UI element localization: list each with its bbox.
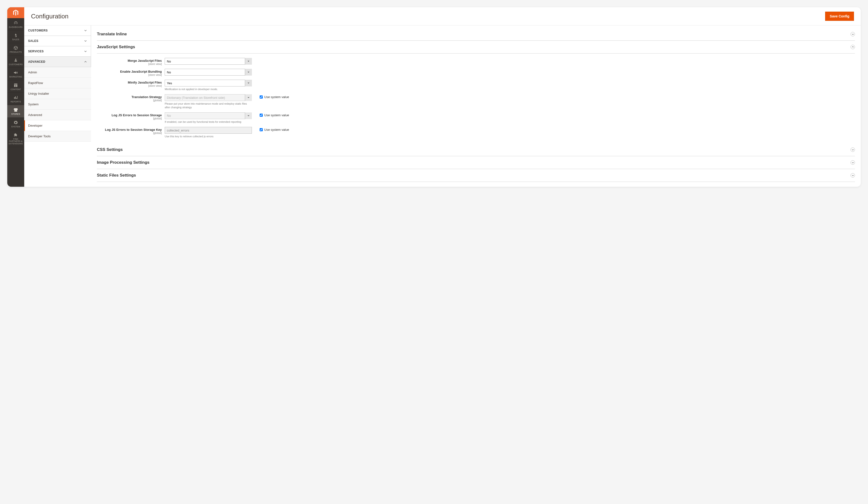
log_key-use-system-checkbox[interactable] xyxy=(260,128,263,131)
section-toggle-icon xyxy=(850,173,855,177)
chevron-down-icon xyxy=(84,29,87,32)
tab-sub-list: AdminRapidFlowUnirgy InstallerSystemAdva… xyxy=(24,67,91,142)
section-translate-inline[interactable]: Translate Inline xyxy=(97,28,855,41)
section-toggle-icon xyxy=(850,45,855,49)
gear-icon xyxy=(13,120,18,125)
section-toggle-icon xyxy=(850,160,855,165)
log_key-input xyxy=(165,127,252,134)
chevron-down-icon xyxy=(84,40,87,42)
section-image-processing-settings[interactable]: Image Processing Settings xyxy=(97,156,855,169)
chevron-down-icon xyxy=(84,50,87,53)
admin-sidebar: DASHBOARD SALES PRODUCTS CUSTOMERS MARKE… xyxy=(7,7,24,187)
nav-item-find-partners-extensions[interactable]: FIND PARTNERS & EXTENSIONS xyxy=(7,130,24,147)
bundle_js-scope: [store view] xyxy=(97,73,162,76)
nav-label: CONTENT xyxy=(8,89,23,91)
log_errors-scope: [global] xyxy=(97,117,162,120)
nav-item-reports[interactable]: REPORTS xyxy=(7,93,24,105)
bundle_js-label: Enable JavaScript Bundling xyxy=(97,70,162,73)
trans_strat-note: Please put your store into maintenance m… xyxy=(165,102,252,109)
nav-label: PRODUCTS xyxy=(8,51,23,53)
minify_js-select[interactable]: Yes xyxy=(165,80,252,86)
field-row-log_errors: Log JS Errors to Session Storage[global]… xyxy=(97,112,855,124)
nav-label: REPORTS xyxy=(8,101,23,103)
nav-label: SYSTEM xyxy=(8,126,23,128)
nav-item-sales[interactable]: SALES xyxy=(7,31,24,43)
config-tabs: CUSTOMERS SALES SERVICES ADVANCED AdminR… xyxy=(24,25,91,187)
tab-group-advanced[interactable]: ADVANCED xyxy=(24,57,91,67)
section-css-settings[interactable]: CSS Settings xyxy=(97,143,855,156)
trans_strat-label: Translation Strategy xyxy=(97,95,162,99)
bundle_js-select[interactable]: No xyxy=(165,69,252,75)
log_errors-select: No xyxy=(165,112,252,119)
tab-group-customers[interactable]: CUSTOMERS xyxy=(24,25,91,36)
log_key-note: Use this key to retrieve collected js er… xyxy=(165,135,252,138)
use-system-label: Use system value xyxy=(264,113,289,117)
bars-icon xyxy=(13,95,18,100)
magento-logo[interactable] xyxy=(7,7,24,18)
section-title: Translate Inline xyxy=(97,32,127,37)
section-javascript-settings[interactable]: JavaScript Settings xyxy=(97,41,855,53)
sub-item-unirgy-installer[interactable]: Unirgy Installer xyxy=(24,89,91,99)
section-title: CSS Settings xyxy=(97,147,123,152)
puzzle-icon xyxy=(13,133,18,137)
log_errors-use-system-checkbox[interactable] xyxy=(260,114,263,117)
layout-icon xyxy=(13,83,18,88)
page-header: Configuration Save Config xyxy=(24,7,861,25)
tab-group-sales[interactable]: SALES xyxy=(24,36,91,46)
trans_strat-scope: [global] xyxy=(97,99,162,102)
nav-item-products[interactable]: PRODUCTS xyxy=(7,43,24,55)
nav-item-system[interactable]: SYSTEM xyxy=(7,118,24,130)
tab-group-services[interactable]: SERVICES xyxy=(24,46,91,57)
nav-label: STORES xyxy=(8,113,23,115)
log_errors-note: If enabled, can be used by functional te… xyxy=(165,120,252,124)
minify_js-label: Minify JavaScript Files xyxy=(97,81,162,84)
nav-item-dashboard[interactable]: DASHBOARD xyxy=(7,18,24,31)
store-icon xyxy=(13,107,18,112)
trans_strat-use-system-checkbox[interactable] xyxy=(260,95,263,99)
box-icon xyxy=(13,45,18,50)
tab-group-title: SALES xyxy=(28,39,39,43)
nav-item-content[interactable]: CONTENT xyxy=(7,80,24,93)
minify_js-note: Minification is not applied in developer… xyxy=(165,88,252,91)
section-toggle-icon xyxy=(850,32,855,36)
trans_strat-select: Dictionary (Translation on Storefront si… xyxy=(165,94,252,101)
nav-item-stores[interactable]: STORES xyxy=(7,105,24,117)
nav-label: DASHBOARD xyxy=(8,26,23,28)
merge_js-select[interactable]: No xyxy=(165,58,252,65)
field-row-merge_js: Merge JavaScript Files[store view] No xyxy=(97,58,855,65)
save-config-button[interactable]: Save Config xyxy=(825,12,854,21)
megaphone-icon xyxy=(13,70,18,75)
nav-label: SALES xyxy=(8,39,23,41)
magento-icon xyxy=(12,9,19,16)
person-icon xyxy=(13,58,18,63)
use-system-label: Use system value xyxy=(264,128,289,132)
tab-group-title: ADVANCED xyxy=(28,60,45,63)
field-row-log_key: Log JS Errors to Session Storage Key[glo… xyxy=(97,127,855,138)
sub-item-rapidflow[interactable]: RapidFlow xyxy=(24,78,91,89)
nav-label: FIND PARTNERS & EXTENSIONS xyxy=(8,138,23,145)
tab-group-title: SERVICES xyxy=(28,50,44,53)
section-static-files-settings[interactable]: Static Files Settings xyxy=(97,169,855,182)
sub-item-system[interactable]: System xyxy=(24,99,91,110)
config-form: Translate Inline JavaScript Settings Mer… xyxy=(91,25,861,187)
field-row-trans_strat: Translation Strategy[global] Dictionary … xyxy=(97,94,855,109)
section-toggle-icon xyxy=(850,147,855,152)
tab-group-title: CUSTOMERS xyxy=(28,29,48,32)
nav-item-customers[interactable]: CUSTOMERS xyxy=(7,55,24,68)
page-title: Configuration xyxy=(31,13,69,20)
merge_js-scope: [store view] xyxy=(97,62,162,65)
section-title: Image Processing Settings xyxy=(97,160,149,165)
gauge-icon xyxy=(13,21,18,25)
log_key-scope: [global] xyxy=(97,132,162,134)
nav-label: MARKETING xyxy=(8,76,23,78)
sub-item-admin[interactable]: Admin xyxy=(24,67,91,78)
section-body: Merge JavaScript Files[store view] No En… xyxy=(97,53,855,143)
nav-item-marketing[interactable]: MARKETING xyxy=(7,68,24,80)
log_errors-label: Log JS Errors to Session Storage xyxy=(97,113,162,117)
dollar-icon xyxy=(13,33,18,38)
chevron-up-icon xyxy=(84,60,87,63)
sub-item-developer-tools[interactable]: Developer Tools xyxy=(24,131,91,142)
sub-item-developer[interactable]: Developer xyxy=(24,120,91,131)
sub-item-advanced[interactable]: Advanced xyxy=(24,110,91,120)
nav-label: CUSTOMERS xyxy=(8,63,23,66)
